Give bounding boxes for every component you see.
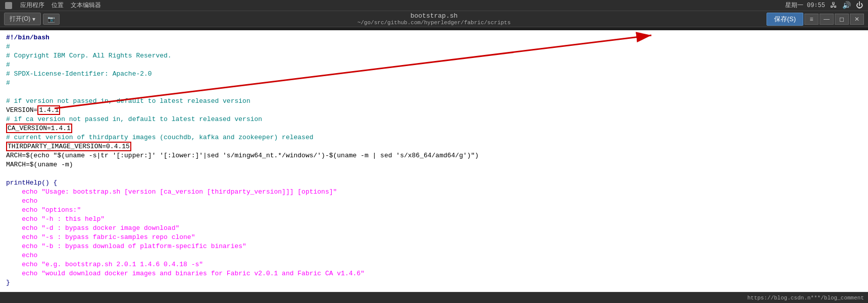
code-line-10: # if ca version not passed in, default t… <box>6 115 862 124</box>
code-line-26: echo "e.g. bootstrap.sh 2.0.1 1.4.6 0.4.… <box>6 260 862 269</box>
minimize-button[interactable]: — <box>820 14 834 25</box>
code-line-3: # Copyright IBM Corp. All Rights Reserve… <box>6 51 862 60</box>
open-button[interactable]: 打开(O) ▾ <box>4 13 41 25</box>
code-line-18: echo "Usage: bootstrap.sh [version [ca_v… <box>6 188 862 197</box>
code-line-16 <box>6 169 862 178</box>
code-line-13: THIRDPARTY_IMAGE_VERSION=0.4.15 <box>6 142 862 151</box>
system-bar: 应用程序 位置 文本编辑器 星期一 09∶55 🖧 🔊 ⏻ <box>0 0 868 11</box>
thirdparty-highlight: THIRDPARTY_IMAGE_VERSION=0.4.15 <box>6 142 131 151</box>
restore-button[interactable]: ◻ <box>835 14 849 25</box>
filename: bootstrap.sh <box>358 12 511 20</box>
menu-position[interactable]: 位置 <box>52 1 64 10</box>
toolbar: 打开(O) ▾ 📷 bootstrap.sh ~/go/src/github.c… <box>0 11 868 27</box>
code-line-27: echo "would download docker images and b… <box>6 269 862 278</box>
code-line-17: printHelp() { <box>6 178 862 188</box>
camera-icon: 📷 <box>47 16 55 23</box>
network-icon: 🖧 <box>830 2 837 10</box>
code-line-19: echo <box>6 197 862 206</box>
code-line-8: # if version not passed in, default to l… <box>6 97 862 106</box>
menu-app[interactable]: 应用程序 <box>20 1 44 10</box>
volume-icon: 🔊 <box>842 1 851 10</box>
code-line-23: echo "-s : bypass fabric-samples repo cl… <box>6 233 862 242</box>
code-line-6: # <box>6 79 862 88</box>
editor-area[interactable]: #!/bin/bash # # Copyright IBM Corp. All … <box>0 30 868 292</box>
code-line-11: CA_VERSION=1.4.1 <box>6 124 862 133</box>
sysbar-left: 应用程序 位置 文本编辑器 <box>5 1 101 10</box>
power-icon: ⏻ <box>856 2 863 10</box>
code-line-21: echo "-h : this help" <box>6 215 862 224</box>
code-line-12: # current version of thirdparty images (… <box>6 133 862 142</box>
open-label: 打开(O) <box>10 15 30 23</box>
status-url: https://blog.csdn.n***/blog_comment <box>747 295 864 301</box>
title-area: bootstrap.sh ~/go/src/github.com/hyperle… <box>358 12 511 26</box>
datetime: 星期一 09∶55 <box>785 1 825 10</box>
code-line-4: # <box>6 60 862 70</box>
code-line-5: # SPDX-License-Identifier: Apache-2.0 <box>6 70 862 79</box>
app-icon <box>5 2 12 9</box>
code-line-15: MARCH=$(uname -m) <box>6 160 862 169</box>
code-line-24: echo "-b : bypass download of platform-s… <box>6 242 862 251</box>
code-line-2: # <box>6 42 862 51</box>
code-line-22: echo "-d : bypass docker image download" <box>6 224 862 233</box>
filepath: ~/go/src/github.com/hyperledger/fabric/s… <box>358 20 511 26</box>
close-button[interactable]: ✕ <box>850 14 864 25</box>
window-controls: 保存(S) ≡ — ◻ ✕ <box>767 13 864 26</box>
code-line-9: VERSION=1.4.1 <box>6 106 862 115</box>
code-line-14: ARCH=$(echo "$(uname -s|tr '[:upper:]' '… <box>6 151 862 160</box>
code-line-25: echo <box>6 251 862 260</box>
save-button[interactable]: 保存(S) <box>767 13 803 26</box>
code-line-28: } <box>6 278 862 287</box>
ca-version-highlight: CA_VERSION=1.4.1 <box>6 124 72 133</box>
code-line-7 <box>6 88 862 97</box>
sysbar-right: 星期一 09∶55 🖧 🔊 ⏻ <box>785 1 863 10</box>
code-line-1: #!/bin/bash <box>6 33 862 42</box>
version-highlight: 1.4.1 <box>37 105 60 115</box>
open-dropdown-icon: ▾ <box>32 16 35 23</box>
code-line-20: echo "options:" <box>6 206 862 215</box>
status-bar: https://blog.csdn.n***/blog_comment <box>0 292 868 303</box>
camera-button[interactable]: 📷 <box>43 14 60 25</box>
hamburger-button[interactable]: ≡ <box>804 14 819 25</box>
menu-editor[interactable]: 文本编辑器 <box>71 1 101 10</box>
